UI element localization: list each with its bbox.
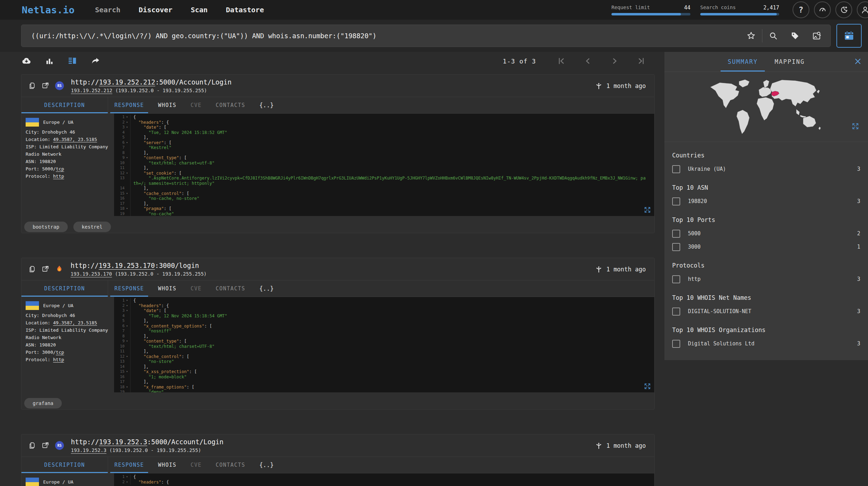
copy-icon[interactable] — [28, 265, 36, 273]
nav-menu-item[interactable]: Discover — [139, 6, 172, 14]
facet-checkbox[interactable] — [672, 197, 680, 205]
collapse-arrow-icon[interactable]: ▾ — [125, 480, 130, 485]
map-expand-icon[interactable] — [852, 123, 859, 130]
download-icon[interactable] — [21, 56, 32, 66]
collapse-arrow-icon[interactable]: ▾ — [125, 191, 130, 196]
chart-icon[interactable] — [45, 56, 54, 66]
port-proto-link[interactable]: tcp — [56, 350, 64, 355]
scan-history-icon[interactable] — [595, 442, 603, 450]
tab-response[interactable]: RESPONSE — [110, 457, 148, 473]
image-search-icon[interactable] — [806, 31, 828, 40]
netlas-logo[interactable]: Netlas.io — [22, 5, 75, 15]
prev-page-icon[interactable] — [575, 57, 601, 65]
tab-raw-json[interactable]: {..} — [255, 281, 278, 297]
search-query-input[interactable]: ((uri:/http:\/\/.*\/login\/?/) AND geo.c… — [31, 32, 740, 40]
result-ip-link[interactable]: 193.19.252.3 — [71, 447, 106, 453]
facet-label[interactable]: Digital Solutions Ltd — [688, 340, 755, 347]
tab-raw-json[interactable]: {..} — [255, 457, 278, 473]
scan-history-calendar-icon[interactable] — [836, 24, 862, 48]
gauge-icon[interactable] — [814, 1, 831, 18]
nav-menu-item[interactable]: Search — [95, 6, 120, 14]
tech-tag[interactable]: grafana — [24, 398, 62, 409]
collapse-arrow-icon[interactable]: ▾ — [125, 369, 130, 374]
protocol-link[interactable]: http — [53, 357, 64, 362]
close-icon[interactable] — [854, 58, 862, 65]
next-page-icon[interactable] — [601, 57, 628, 65]
collapse-arrow-icon[interactable]: ▾ — [125, 324, 130, 329]
dark-mode-icon[interactable] — [835, 1, 852, 18]
open-external-icon[interactable] — [42, 265, 49, 273]
nav-menu-item[interactable]: Scan — [191, 6, 207, 14]
tech-tag[interactable]: kestrel — [73, 222, 111, 232]
tab-response[interactable]: RESPONSE — [110, 97, 148, 113]
share-icon[interactable] — [91, 56, 100, 66]
nav-menu-item[interactable]: Datastore — [226, 6, 264, 14]
code-expand-icon[interactable] — [644, 207, 651, 213]
tech-tag[interactable]: bootstrap — [24, 222, 68, 232]
collapse-arrow-icon[interactable]: ▾ — [125, 339, 130, 344]
tab-whois[interactable]: WHOIS — [154, 97, 181, 113]
tab-contacts[interactable]: CONTACTS — [212, 457, 250, 473]
geo-coordinates-link[interactable]: 49.3587, 23.5185 — [53, 137, 97, 142]
copy-icon[interactable] — [28, 82, 36, 89]
facet-checkbox[interactable] — [672, 275, 680, 283]
world-map[interactable] — [664, 72, 868, 142]
tag-icon[interactable] — [784, 31, 806, 40]
code-expand-icon[interactable] — [644, 383, 651, 390]
copy-icon[interactable] — [28, 442, 36, 449]
tab-whois[interactable]: WHOIS — [154, 281, 181, 297]
facet-checkbox[interactable] — [672, 308, 680, 316]
search-icon[interactable] — [762, 31, 784, 40]
port-proto-link[interactable]: tcp — [56, 166, 64, 171]
geo-coordinates-link[interactable]: 49.3587, 23.5185 — [53, 320, 97, 325]
profile-icon[interactable] — [857, 1, 868, 18]
tab-contacts[interactable]: CONTACTS — [212, 97, 250, 113]
facet-label[interactable]: Ukraine (UA) — [688, 166, 726, 172]
tab-raw-json[interactable]: {..} — [255, 97, 278, 113]
search-box[interactable]: ((uri:/http:\/\/.*\/login\/?/) AND geo.c… — [21, 25, 831, 47]
collapse-arrow-icon[interactable]: ▾ — [125, 298, 130, 303]
facet-label[interactable]: 3000 — [688, 244, 701, 250]
facet-label[interactable]: DIGITAL-SOLUTION-NET — [688, 308, 751, 315]
favorite-star-icon[interactable] — [740, 31, 762, 40]
facet-checkbox[interactable] — [672, 230, 680, 238]
scan-history-icon[interactable] — [595, 265, 603, 273]
scan-history-icon[interactable] — [595, 82, 603, 90]
result-ip-link[interactable]: 193.19.253.170 — [71, 271, 112, 277]
collapse-arrow-icon[interactable]: ▾ — [125, 115, 130, 120]
facet-checkbox[interactable] — [672, 340, 680, 348]
first-page-icon[interactable] — [548, 57, 575, 65]
collapse-arrow-icon[interactable]: ▾ — [125, 308, 130, 313]
facet-label[interactable]: 198820 — [688, 198, 707, 204]
collapse-arrow-icon[interactable]: ▾ — [125, 303, 130, 309]
sidebar-tab[interactable]: MAPPING — [775, 52, 805, 72]
facet-checkbox[interactable] — [672, 165, 680, 173]
collapse-arrow-icon[interactable]: ▾ — [125, 354, 130, 359]
collapse-arrow-icon[interactable]: ▾ — [125, 171, 130, 176]
result-url[interactable]: http://193.19.252.3:5000/Account/Login — [71, 438, 224, 446]
tab-contacts[interactable]: CONTACTS — [212, 281, 250, 297]
collapse-arrow-icon[interactable]: ▾ — [125, 120, 130, 125]
facet-checkbox[interactable] — [672, 243, 680, 251]
collapse-arrow-icon[interactable]: ▾ — [125, 206, 130, 211]
result-ip-link[interactable]: 193.19.252.212 — [71, 88, 112, 93]
tab-description[interactable]: DESCRIPTION — [21, 281, 108, 297]
open-external-icon[interactable] — [42, 442, 49, 449]
last-page-icon[interactable] — [628, 57, 655, 65]
facet-label[interactable]: 5000 — [688, 230, 701, 237]
tab-whois[interactable]: WHOIS — [154, 457, 181, 473]
result-url[interactable]: http://193.19.252.212:5000/Account/Login — [71, 78, 232, 86]
list-view-icon[interactable] — [67, 56, 77, 66]
collapse-arrow-icon[interactable]: ▾ — [125, 155, 130, 161]
collapse-arrow-icon[interactable]: ▾ — [125, 125, 130, 130]
collapse-arrow-icon[interactable]: ▾ — [125, 385, 130, 390]
tab-response[interactable]: RESPONSE — [110, 281, 148, 297]
tab-description[interactable]: DESCRIPTION — [21, 457, 108, 473]
sidebar-tab[interactable]: SUMMARY — [728, 52, 758, 72]
open-external-icon[interactable] — [42, 82, 49, 89]
collapse-arrow-icon[interactable]: ▾ — [125, 140, 130, 146]
tab-description[interactable]: DESCRIPTION — [21, 97, 108, 113]
collapse-arrow-icon[interactable]: ▾ — [125, 474, 130, 480]
result-url[interactable]: http://193.19.253.170:3000/login — [71, 262, 207, 269]
protocol-link[interactable]: http — [53, 174, 64, 179]
